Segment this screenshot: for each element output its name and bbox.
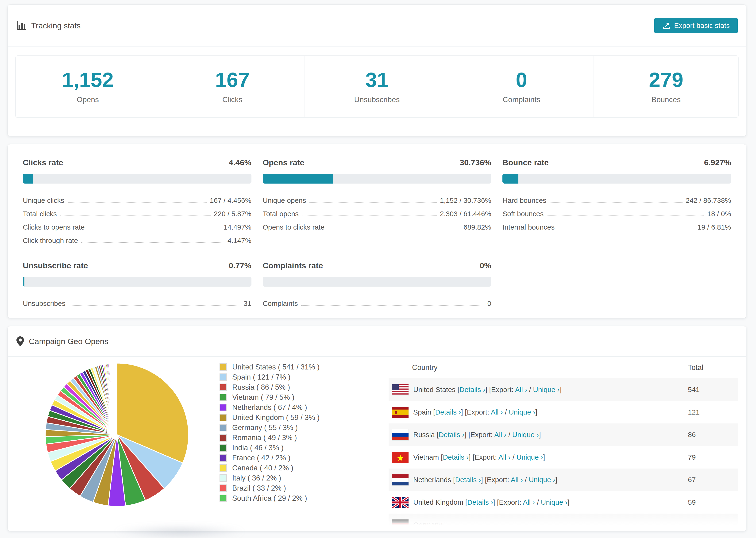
rate-title: Bounce rate [503, 158, 549, 167]
rate-detail-row: Unique opens1,152 / 30.736% [263, 192, 491, 206]
legend-item-spain: Spain ( 121 / 7% ) [220, 372, 320, 382]
legend-label: Netherlands ( 67 / 4% ) [232, 403, 307, 412]
export-all-link[interactable]: All › [523, 498, 535, 506]
legend-swatch [220, 464, 227, 472]
rate-detail-row: Opens to clicks rate689.82% [263, 219, 491, 233]
legend-swatch [220, 454, 227, 462]
legend-swatch [220, 474, 227, 482]
row-total: 86 [688, 431, 713, 439]
rate-title: Clicks rate [23, 158, 63, 167]
tracking-stats-header: Tracking stats Export basic stats [8, 5, 746, 47]
dotted-leader [547, 215, 704, 216]
legend-item-italy: Italy ( 36 / 2% ) [220, 473, 320, 483]
details-link[interactable]: Details › [467, 498, 493, 506]
legend-swatch [220, 394, 227, 401]
export-unique-link[interactable]: Unique › [529, 476, 555, 484]
legend-label: Italy ( 36 / 2% ) [232, 474, 281, 482]
flag-us-icon [392, 384, 408, 395]
row-total: 541 [688, 386, 713, 394]
geo-table-body: United States [Details ›] [Export: All ›… [389, 378, 738, 531]
flag-gb-icon [392, 497, 408, 508]
legend-label: United States ( 541 / 31% ) [232, 363, 320, 371]
progress-bar-fill [23, 277, 25, 287]
dotted-leader [550, 202, 682, 202]
export-unique-link[interactable]: Unique › [512, 431, 539, 439]
rate-detail-value: 14.497% [224, 223, 251, 233]
geo-pie-chart [28, 357, 207, 531]
row-total: 67 [688, 476, 713, 484]
rates-grid: Clicks rate4.46%Unique clicks167 / 4.456… [8, 144, 746, 323]
legend-label: India ( 46 / 3% ) [232, 444, 284, 452]
legend-item-netherlands: Netherlands ( 67 / 4% ) [220, 402, 320, 412]
geo-table: Country Total United States [Details ›] … [389, 357, 738, 531]
geo-legend: United States ( 541 / 31% )Spain ( 121 /… [220, 362, 320, 503]
export-unique-link[interactable]: Unique › [533, 386, 560, 394]
rate-detail-value: 18 / 0% [707, 210, 731, 219]
details-link[interactable]: Details › [439, 431, 464, 439]
flag-nl-icon [392, 474, 408, 485]
row-total: 121 [688, 408, 713, 416]
rate-detail-row: Internal bounces19 / 6.81% [503, 219, 731, 233]
rate-title: Opens rate [263, 158, 304, 167]
export-all-link[interactable]: All › [491, 408, 503, 416]
legend-item-russia: Russia ( 86 / 5% ) [220, 382, 320, 392]
progress-bar [263, 174, 491, 184]
country-name: United States [413, 386, 458, 394]
stat-box-complaints: 0Complaints [449, 56, 594, 117]
rate-detail-label: Hard bounces [503, 196, 546, 206]
tracking-stats-card: Tracking stats Export basic stats 1,152O… [8, 5, 746, 136]
rate-detail-label: Unique opens [263, 196, 306, 206]
rate-detail-value: 19 / 6.81% [698, 223, 731, 233]
rate-value: 6.927% [704, 158, 731, 167]
export-basic-stats-button[interactable]: Export basic stats [654, 18, 738, 33]
legend-item-germany: Germany ( 55 / 3% ) [220, 422, 320, 433]
table-row-spain: Spain [Details ›] [Export: All › / Uniqu… [389, 401, 738, 423]
export-unique-link[interactable]: Unique › [516, 453, 543, 461]
legend-swatch [220, 484, 227, 492]
rate-detail-value: 0 [487, 299, 491, 309]
export-all-link[interactable]: All › [494, 431, 507, 439]
rate-title: Unsubscribe rate [23, 261, 88, 270]
legend-item-canada: Canada ( 40 / 2% ) [220, 463, 320, 473]
export-icon [662, 22, 670, 29]
details-link[interactable]: Details › [455, 476, 481, 484]
rate-value: 30.736% [460, 158, 491, 167]
rates-card: Clicks rate4.46%Unique clicks167 / 4.456… [8, 144, 746, 318]
stat-value: 1,152 [62, 70, 114, 90]
stat-label: Complaints [503, 95, 540, 104]
stat-box-clicks: 167Clicks [160, 56, 305, 117]
legend-swatch [220, 495, 227, 502]
export-all-link[interactable]: All › [499, 453, 511, 461]
stat-value: 0 [516, 70, 527, 90]
legend-label: South Africa ( 29 / 2% ) [232, 494, 307, 503]
export-all-link[interactable]: All › [511, 476, 523, 484]
progress-bar [503, 174, 731, 184]
geo-content: United States ( 541 / 31% )Spain ( 121 /… [8, 357, 746, 531]
legend-label: France ( 42 / 2% ) [232, 454, 291, 462]
legend-item-south-africa: South Africa ( 29 / 2% ) [220, 493, 320, 503]
export-all-link[interactable]: All › [515, 386, 527, 394]
rate-detail-label: Unique clicks [23, 196, 64, 206]
rate-detail-row: Clicks to opens rate14.497% [23, 219, 251, 233]
flag-es-icon [392, 407, 408, 418]
rate-block-complaints-rate: Complaints rate0%Complaints0 [263, 261, 491, 309]
rate-detail-row: Complaints0 [263, 296, 491, 309]
rate-detail-label: Internal bounces [503, 223, 555, 233]
export-unique-link[interactable]: Unique › [541, 498, 567, 506]
rate-detail-row: Total clicks220 / 5.87% [23, 206, 251, 219]
row-total: 79 [688, 453, 713, 461]
details-link[interactable]: Details › [435, 408, 461, 416]
country-name: Vietnam [413, 453, 441, 461]
pie-slice-other[interactable] [117, 363, 117, 435]
stat-box-unsubscribes: 31Unsubscribes [305, 56, 450, 117]
details-link[interactable]: Details › [443, 453, 469, 461]
legend-item-vietnam: Vietnam ( 79 / 5% ) [220, 392, 320, 402]
rate-detail-label: Clicks to opens rate [23, 223, 84, 233]
bar-chart-icon [16, 21, 27, 31]
legend-item-united-kingdom: United Kingdom ( 59 / 3% ) [220, 412, 320, 422]
export-unique-link[interactable]: Unique › [509, 408, 535, 416]
details-link[interactable]: Details › [459, 386, 485, 394]
legend-item-france: France ( 42 / 2% ) [220, 453, 320, 463]
country-name: Germany [413, 521, 442, 529]
rate-title: Complaints rate [263, 261, 323, 270]
